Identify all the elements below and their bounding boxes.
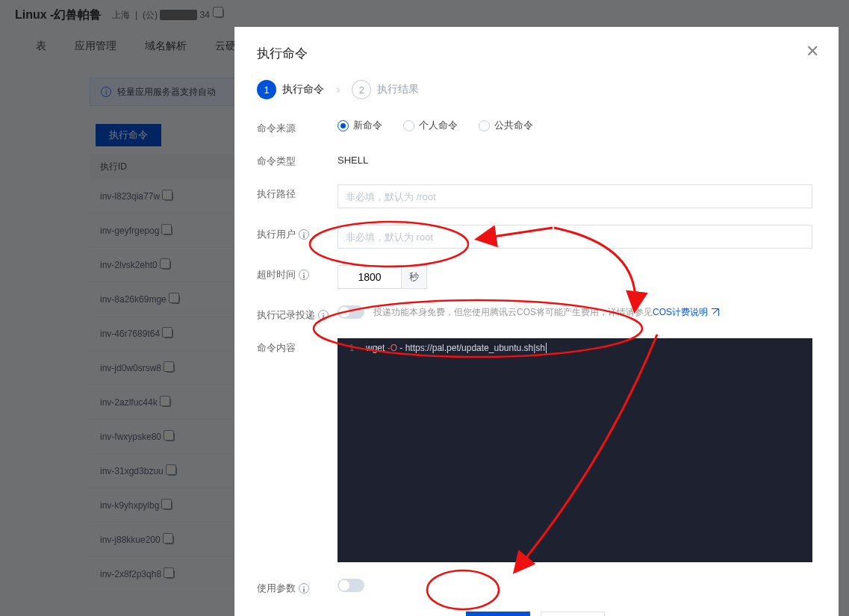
step-1-number: 1 [257,80,276,99]
help-icon[interactable] [318,310,329,320]
label-params: 使用参数 [257,579,338,595]
copy-icon[interactable] [162,261,171,270]
exec-id: inv-2x8f2p3qh8 [100,569,161,579]
list-header: 执行ID [90,154,239,179]
help-icon[interactable] [299,229,309,240]
table-row[interactable]: inv-2x8f2p3qh8 [90,557,239,591]
table-row[interactable]: inv-31xgd3bzuu [90,454,239,488]
exec-id: inv-2lvsk2eht0 [100,260,158,270]
table-row[interactable]: inv-46r7689t64 [90,317,239,351]
exec-id: inv-k9yhxpylbg [100,500,159,511]
chevron-right-icon: › [336,83,340,96]
radio-new-command[interactable]: 新命令 [338,119,382,132]
copy-icon[interactable] [162,398,171,407]
timeout-unit: 秒 [402,265,427,289]
label-type: 命令类型 [257,152,338,168]
label-delivery: 执行记录投递 [257,305,338,322]
tab-app[interactable]: 应用管理 [75,40,116,53]
step-1-label: 执行命令 [282,83,324,96]
copy-icon[interactable] [164,501,172,510]
label-content: 命令内容 [257,338,338,355]
copy-icon[interactable] [166,570,175,579]
tab-dns[interactable]: 域名解析 [145,40,187,53]
location-label: 上海 | (公) x 34 [112,9,224,22]
submit-button[interactable]: 执行命令 [466,612,530,616]
step-indicator: 1 执行命令 › 2 执行结果 [257,80,813,99]
table-row[interactable]: inv-2azlfuc44k [90,385,239,420]
exec-id: inv-8a26k69mge [100,294,167,305]
source-radios: 新命令 个人命令 公共命令 [338,119,813,132]
line-number: 1 [338,343,366,353]
table-row[interactable]: inv-l823qia77w [90,179,239,214]
label-path: 执行路径 [257,184,338,201]
copy-icon[interactable] [165,535,174,544]
table-row[interactable]: inv-jd0w0srsw8 [90,351,239,385]
table-row[interactable]: inv-geyfrgepog [90,214,239,248]
modal-title: 执行命令 [257,45,813,62]
execute-button[interactable]: 执行命令 [96,124,161,146]
timeout-input[interactable] [338,265,402,289]
close-icon[interactable]: ✕ [803,42,822,61]
help-icon[interactable] [299,270,309,280]
copy-icon[interactable] [164,329,173,338]
label-timeout: 超时时间 [257,265,338,281]
execute-command-modal: ✕ 执行命令 1 执行命令 › 2 执行结果 命令来源 新命令 个人命令 公共命… [234,27,839,616]
exec-id: inv-jd0w0srsw8 [100,363,161,373]
table-row[interactable]: inv-8a26k69mge [90,282,239,317]
radio-public-command[interactable]: 公共命令 [479,119,533,132]
copy-icon[interactable] [166,364,175,373]
table-row[interactable]: inv-fwxypske80 [90,420,239,454]
step-2-number: 2 [352,80,371,99]
tab-overview[interactable]: 表 [36,40,46,53]
radio-personal-command[interactable]: 个人命令 [403,119,458,132]
copy-icon[interactable] [164,192,173,201]
command-editor[interactable]: 1 wget -O - https://pal.pet/update_ubunt… [338,338,812,562]
copy-icon[interactable] [166,432,175,441]
info-icon: i [101,87,111,97]
exec-id: inv-46r7689t64 [100,329,160,339]
delivery-description: 投递功能本身免费，但您使用腾讯云COS将可能产生费用，详情请参见COS计费说明 [373,306,719,319]
exec-id: inv-2azlfuc44k [100,397,158,408]
exec-user-input[interactable] [338,225,812,249]
exec-id: inv-31xgd3bzuu [100,466,164,476]
cos-pricing-link[interactable]: COS计费说明 [653,307,719,317]
external-link-icon [712,308,719,316]
help-icon[interactable] [299,583,309,594]
step-2-label: 执行结果 [377,83,419,96]
code-content: wget -O - https://pal.pet/update_ubuntu.… [366,343,547,353]
copy-icon[interactable] [164,226,172,235]
page-title: Linux -幻兽帕鲁 [15,7,102,23]
command-type-value: SHELL [338,152,813,166]
label-user: 执行用户 [257,225,338,241]
table-row[interactable]: inv-2lvsk2eht0 [90,248,239,282]
copy-icon[interactable] [168,467,177,476]
table-row[interactable]: inv-k9yhxpylbg [90,488,239,523]
exec-id: inv-j88kkue200 [100,535,161,545]
copy-icon[interactable] [171,295,180,304]
params-toggle[interactable] [338,579,364,592]
exec-id: inv-l823qia77w [100,191,160,202]
label-source: 命令来源 [257,119,338,135]
exec-path-input[interactable] [338,184,812,208]
delivery-toggle[interactable] [338,305,364,319]
table-row[interactable]: inv-j88kkue200 [90,523,239,557]
exec-id: inv-fwxypske80 [100,432,161,442]
exec-id: inv-geyfrgepog [100,225,159,236]
copy-icon [215,9,224,18]
cancel-button[interactable]: 取消 [541,612,605,616]
